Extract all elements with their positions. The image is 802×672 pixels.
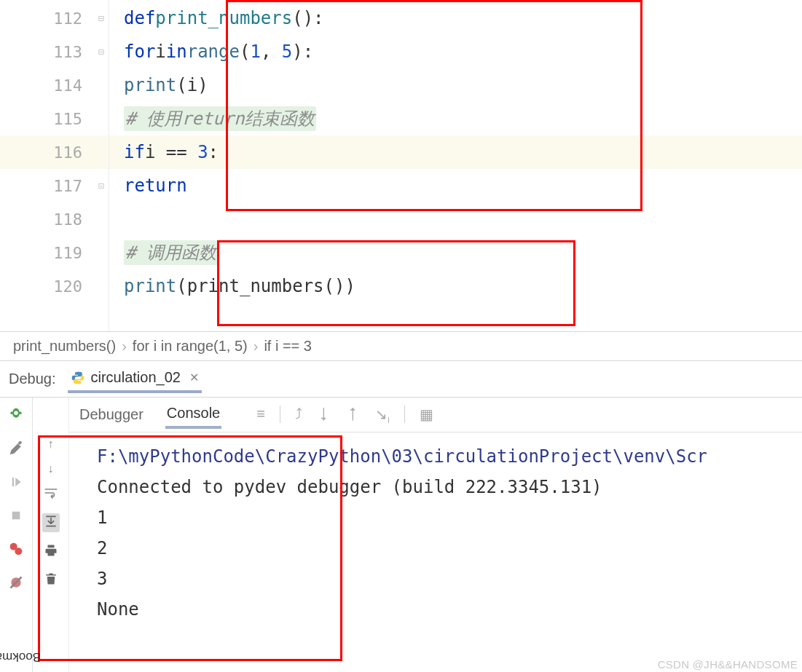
line-number: 119 <box>0 236 109 269</box>
debug-run-tab[interactable]: circulation_02 ✕ <box>68 365 202 393</box>
line-number: 112⊟ <box>0 1 109 35</box>
code-line[interactable]: print(i) <box>109 68 802 102</box>
breadcrumb-item[interactable]: print_numbers() <box>13 338 116 355</box>
line-number: 113⊟ <box>0 35 109 68</box>
bookmarks-label: Bookmarks <box>0 649 42 664</box>
scroll-down-button[interactable]: ↓ <box>48 462 54 475</box>
stop-button[interactable] <box>6 505 26 526</box>
debug-tab-label: circulation_02 <box>91 369 181 386</box>
tab-debugger[interactable]: Debugger <box>78 402 145 427</box>
bookmarks-sidebar-tab[interactable]: Bookmarks <box>0 526 20 672</box>
console-tabs: Debugger Console ≡ ⤴ ⭣ ⭡ ↘I ▦ <box>69 398 802 432</box>
debug-header: Debug: circulation_02 ✕ <box>0 361 802 398</box>
breadcrumb[interactable]: print_numbers() › for i in range(1, 5) ›… <box>0 332 802 361</box>
code-content[interactable]: def print_numbers(): for i in range(1, 5… <box>109 0 802 331</box>
step-out-icon[interactable]: ⭡ <box>346 406 361 424</box>
line-number: 118 <box>0 202 109 236</box>
line-number: 115 <box>0 102 109 135</box>
soft-wrap-button[interactable] <box>44 487 58 502</box>
code-line[interactable]: for i in range(1, 5): <box>109 35 802 68</box>
rerun-debug-button[interactable] <box>6 405 26 425</box>
code-line[interactable]: print(print_numbers()) <box>109 269 802 303</box>
step-over-icon[interactable]: ⤴ <box>295 406 302 424</box>
clear-all-button[interactable] <box>44 572 58 589</box>
debug-panel: ↑ ↓ Debugger Console ≡ ⤴ ⭣ ⭡ ↘I <box>0 398 802 672</box>
fold-icon[interactable]: ⊟ <box>98 46 104 58</box>
console-connected-line: Connected to pydev debugger (build 222.3… <box>97 472 795 502</box>
code-line[interactable] <box>109 202 802 236</box>
breadcrumb-item[interactable]: for i in range(1, 5) <box>133 338 248 355</box>
debug-label: Debug: <box>9 371 56 387</box>
separator <box>280 406 280 423</box>
breadcrumb-item[interactable]: if i == 3 <box>264 338 312 355</box>
separator <box>404 406 405 423</box>
chevron-right-icon: › <box>253 338 259 355</box>
console-output-line: None <box>97 594 795 625</box>
line-number: 114 <box>0 68 109 102</box>
console-side-toolbar: ↑ ↓ <box>33 398 69 672</box>
console-output[interactable]: F:\myPythonCode\CrazyPython\03\circulati… <box>69 432 802 672</box>
resume-button[interactable] <box>6 472 26 492</box>
code-line[interactable]: # 调用函数 <box>109 236 802 269</box>
fold-icon[interactable]: ⊟ <box>98 12 104 24</box>
scroll-to-end-button[interactable] <box>42 513 60 532</box>
code-line[interactable]: def print_numbers(): <box>109 1 802 35</box>
console-output-line: 2 <box>97 533 795 564</box>
console-output-line: 3 <box>97 564 795 594</box>
tab-console[interactable]: Console <box>165 400 221 429</box>
close-icon[interactable]: ✕ <box>189 371 199 384</box>
print-button[interactable] <box>44 544 58 560</box>
run-to-cursor-icon[interactable]: ↘I <box>375 406 390 424</box>
scroll-up-button[interactable]: ↑ <box>48 438 54 451</box>
console-output-line: 1 <box>97 502 795 533</box>
line-gutter: 112⊟ 113⊟ 114 115 116 117⊡ 118 119 120 <box>0 0 109 331</box>
fold-end-icon[interactable]: ⊡ <box>98 180 104 191</box>
code-line[interactable]: return <box>109 169 802 202</box>
watermark: CSDN @JH&&HANDSOME <box>658 658 798 671</box>
line-number: 116 <box>0 135 109 169</box>
evaluate-expression-icon[interactable]: ▦ <box>420 406 433 424</box>
step-into-icon[interactable]: ⭣ <box>317 406 331 424</box>
code-line[interactable]: # 使用return结束函数 <box>109 102 802 135</box>
svg-rect-0 <box>12 512 20 520</box>
code-editor[interactable]: 112⊟ 113⊟ 114 115 116 117⊡ 118 119 120 d… <box>0 0 802 332</box>
chevron-right-icon: › <box>122 338 127 355</box>
code-line-current[interactable]: if i == 3: <box>109 135 802 169</box>
python-icon <box>71 371 85 385</box>
console-path-line: F:\myPythonCode\CrazyPython\03\circulati… <box>97 441 795 472</box>
console-panel: Debugger Console ≡ ⤴ ⭣ ⭡ ↘I ▦ F:\myPytho… <box>69 398 802 672</box>
line-number: 120 <box>0 269 109 303</box>
toggle-tree-icon[interactable]: ≡ <box>256 406 265 424</box>
modify-run-config-button[interactable] <box>6 438 26 459</box>
line-number: 117⊡ <box>0 169 109 202</box>
